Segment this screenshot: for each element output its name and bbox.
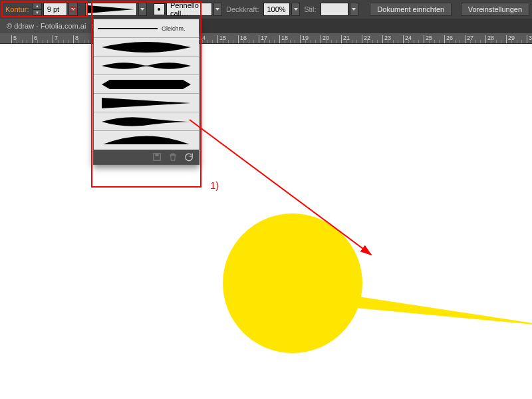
brush-option-wedge[interactable] (94, 94, 199, 112)
document-setup-button[interactable]: Dokument einrichten (370, 3, 452, 16)
brush-profile-panel: Gleichm. (93, 19, 200, 165)
ruler-tick: 19 (300, 35, 301, 43)
style-dropdown[interactable] (350, 3, 358, 16)
opacity-field[interactable]: 100% (263, 3, 290, 16)
artwork-circle[interactable] (223, 213, 362, 353)
brush-option-bowtie[interactable] (94, 57, 199, 75)
brush-dropdown[interactable] (138, 3, 147, 16)
brush-option-hex[interactable] (94, 75, 199, 94)
brush-option-uniform[interactable]: Gleichm. (94, 19, 199, 38)
options-toolbar: Kontur: ▲▼ 9 pt Pennello call… Deckkraft… (0, 0, 532, 19)
ruler-tick: 8 (73, 35, 74, 43)
opacity-label: Deckkraft: (223, 5, 262, 13)
ruler-tick: 5 (11, 35, 12, 43)
ruler-tick: 27 (465, 35, 466, 43)
tab-title: © ddraw - Fotolia.com.ai (7, 22, 86, 30)
ruler-tick: 6 (32, 35, 33, 43)
stroke-stepper[interactable]: ▲▼ (33, 3, 41, 16)
ruler-tick: 18 (279, 35, 280, 43)
opacity-dropdown[interactable] (291, 3, 300, 16)
svg-marker-0 (102, 80, 191, 89)
ruler-tick: 22 (362, 35, 362, 43)
brush-option-lens[interactable] (94, 38, 199, 57)
brush-panel-footer (94, 150, 199, 164)
ruler-tick: 17 (259, 35, 259, 43)
stroke-profile-swatch[interactable] (154, 3, 165, 15)
brush-option-halfmoon[interactable] (94, 131, 199, 150)
kontur-label: Kontur: (3, 5, 31, 13)
ruler-tick: 23 (382, 35, 383, 43)
ruler-tick: 20 (321, 35, 321, 43)
trash-icon[interactable] (168, 152, 178, 162)
ruler-tick: 15 (217, 35, 218, 43)
brush-name-field[interactable]: Pennello call… (166, 3, 212, 16)
style-label: Stil: (301, 5, 319, 13)
reset-icon[interactable] (184, 152, 194, 162)
brush-option-teardrop[interactable] (94, 112, 199, 131)
brush-preview[interactable] (85, 3, 137, 16)
ruler-tick: 25 (424, 35, 424, 43)
artwork-ray[interactable] (348, 291, 532, 334)
ruler-tick: 30 (527, 35, 527, 43)
svg-rect-3 (155, 154, 158, 157)
save-icon[interactable] (152, 152, 162, 162)
ruler-tick: 24 (403, 35, 404, 43)
ruler-tick: 28 (485, 35, 486, 43)
ruler-tick: 26 (444, 35, 445, 43)
svg-marker-1 (102, 98, 191, 108)
preferences-button[interactable]: Voreinstellungen (461, 3, 529, 16)
stroke-dropdown[interactable] (68, 3, 77, 16)
ruler-tick: 29 (506, 35, 507, 43)
document-tab[interactable]: © ddraw - Fotolia.com.ai ✕ (0, 19, 104, 33)
canvas[interactable] (0, 44, 532, 399)
stroke-size-field[interactable]: 9 pt (43, 3, 68, 16)
horizontal-ruler: 5678910111213141516171819202122232425262… (0, 33, 532, 44)
ruler-tick: 16 (238, 35, 239, 43)
brush-option-label: Gleichm. (162, 25, 186, 32)
ruler-tick: 21 (341, 35, 342, 43)
style-field[interactable] (321, 3, 348, 16)
document-tabbar: © ddraw - Fotolia.com.ai ✕ (0, 19, 532, 33)
ruler-tick: 7 (53, 35, 53, 43)
brush-name-dropdown[interactable] (213, 3, 222, 16)
